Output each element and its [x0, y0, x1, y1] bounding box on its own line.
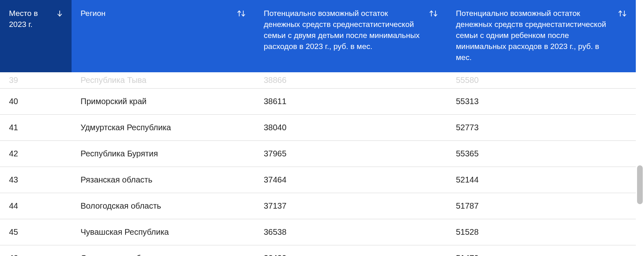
cell-region: Республика Бурятия: [72, 140, 255, 167]
cell-value2: 52773: [447, 114, 636, 140]
column-header-label: Место в 2023 г.: [9, 8, 57, 30]
ranking-table-container: Место в 2023 г. Регион: [0, 0, 636, 256]
cell-value2: 55580: [447, 72, 636, 89]
cell-rank: 45: [0, 219, 72, 245]
cell-rank: 39: [0, 72, 72, 89]
cell-value1: 36538: [255, 219, 447, 245]
cell-rank: 42: [0, 140, 72, 167]
cell-rank: 43: [0, 167, 72, 193]
sort-both-icon[interactable]: [237, 9, 246, 20]
table-row: 42 Республика Бурятия 37965 55365: [0, 140, 636, 167]
table-body: 39 Республика Тыва 38866 55580 40 Примор…: [0, 72, 636, 256]
sort-both-icon[interactable]: [429, 9, 438, 20]
cell-region: Республика Тыва: [72, 72, 255, 89]
cell-rank: 40: [0, 88, 72, 114]
cell-value1: 38866: [255, 72, 447, 89]
table-row: 41 Удмуртская Республика 38040 52773: [0, 114, 636, 140]
column-header-label: Потенциально возможный остаток денежных …: [264, 8, 429, 52]
cell-value2: 51528: [447, 219, 636, 245]
sort-both-icon[interactable]: [618, 9, 627, 20]
cell-value2: 55313: [447, 88, 636, 114]
cell-value1: 38040: [255, 114, 447, 140]
cell-rank: 46: [0, 245, 72, 256]
column-header-value2[interactable]: Потенциально возможный остаток денежных …: [447, 0, 636, 72]
table-row: 40 Приморский край 38611 55313: [0, 88, 636, 114]
cell-region: Удмуртская Республика: [72, 114, 255, 140]
scrollbar-thumb[interactable]: [637, 165, 643, 204]
sort-desc-icon[interactable]: [57, 9, 63, 20]
cell-value1: 37464: [255, 167, 447, 193]
column-header-value1[interactable]: Потенциально возможный остаток денежных …: [255, 0, 447, 72]
cell-rank: 41: [0, 114, 72, 140]
cell-value1: 37965: [255, 140, 447, 167]
column-header-label: Регион: [81, 8, 237, 19]
cell-value2: 51787: [447, 193, 636, 219]
cell-region: Вологодская область: [72, 193, 255, 219]
cell-value1: 36400: [255, 245, 447, 256]
cell-region: Рязанская область: [72, 167, 255, 193]
table-row: 39 Республика Тыва 38866 55580: [0, 72, 636, 89]
cell-value2: 51470: [447, 245, 636, 256]
ranking-table: Место в 2023 г. Регион: [0, 0, 636, 256]
cell-region: Чувашская Республика: [72, 219, 255, 245]
table-row: 46 Саратовская область 36400 51470: [0, 245, 636, 256]
cell-region: Приморский край: [72, 88, 255, 114]
cell-rank: 44: [0, 193, 72, 219]
column-header-region[interactable]: Регион: [72, 0, 255, 72]
column-header-rank[interactable]: Место в 2023 г.: [0, 0, 72, 72]
cell-region: Саратовская область: [72, 245, 255, 256]
cell-value1: 38611: [255, 88, 447, 114]
table-header: Место в 2023 г. Регион: [0, 0, 636, 72]
table-row: 44 Вологодская область 37137 51787: [0, 193, 636, 219]
scrollbar-track[interactable]: [637, 0, 643, 256]
table-row: 45 Чувашская Республика 36538 51528: [0, 219, 636, 245]
cell-value2: 55365: [447, 140, 636, 167]
cell-value2: 52144: [447, 167, 636, 193]
table-row: 43 Рязанская область 37464 52144: [0, 167, 636, 193]
cell-value1: 37137: [255, 193, 447, 219]
column-header-label: Потенциально возможный остаток денежных …: [456, 8, 618, 63]
